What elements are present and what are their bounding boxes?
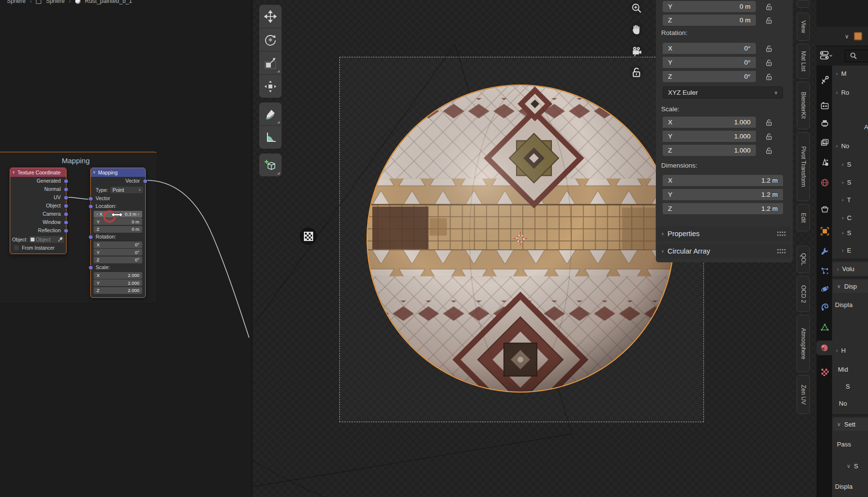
lock-icon[interactable] bbox=[765, 59, 773, 67]
dimension-x-field[interactable]: X1.2 m bbox=[663, 175, 783, 186]
socket-object-output[interactable] bbox=[64, 204, 68, 208]
tab-edit[interactable]: Edit bbox=[797, 204, 810, 231]
circular-array-panel-header[interactable]: › Circular Array bbox=[657, 244, 791, 258]
scale-x-field[interactable]: X1.000 bbox=[663, 117, 756, 128]
tab-modifiers[interactable] bbox=[818, 244, 832, 258]
tab-view[interactable]: View bbox=[797, 13, 810, 41]
tab-zen-uv[interactable]: Zen UV bbox=[797, 375, 810, 414]
tab-pivot-transform[interactable]: Pivot Transform bbox=[797, 132, 810, 201]
panel-row[interactable]: ›S bbox=[842, 178, 851, 187]
node-header[interactable]: Mapping bbox=[91, 168, 145, 177]
lock-icon[interactable] bbox=[765, 147, 773, 154]
rotation-mode-dropdown[interactable]: XYZ Euler bbox=[663, 86, 783, 99]
scale-tool-button[interactable] bbox=[259, 51, 282, 75]
scale-y-field[interactable]: Y2.000 bbox=[94, 279, 142, 286]
tab-object[interactable] bbox=[818, 224, 832, 239]
lock-icon[interactable] bbox=[765, 73, 773, 81]
socket-camera-output[interactable] bbox=[64, 212, 68, 217]
from-instancer-checkbox[interactable] bbox=[14, 245, 19, 251]
transform-tool-button[interactable] bbox=[259, 75, 282, 98]
grip-icon[interactable] bbox=[777, 231, 786, 237]
rotation-z-field[interactable]: Z0° bbox=[94, 257, 142, 263]
eyedropper-icon[interactable] bbox=[58, 237, 63, 242]
socket-uv-output[interactable] bbox=[64, 195, 68, 200]
editor-type-selector[interactable] bbox=[819, 50, 832, 61]
socket-vector-output[interactable] bbox=[143, 179, 148, 184]
tab-texture[interactable] bbox=[818, 365, 832, 379]
tab-tool[interactable] bbox=[818, 73, 832, 87]
rotation-y-field[interactable]: Y0° bbox=[94, 249, 142, 256]
panel-row[interactable]: ›H bbox=[836, 346, 846, 355]
grip-icon[interactable] bbox=[777, 248, 786, 254]
panel-row[interactable]: ∨S bbox=[847, 462, 858, 470]
lock-icon[interactable] bbox=[765, 3, 773, 11]
move-tool-button[interactable] bbox=[259, 5, 282, 28]
tab-render[interactable] bbox=[818, 99, 832, 113]
tab-output[interactable] bbox=[818, 116, 832, 131]
tab-physics[interactable] bbox=[818, 282, 832, 296]
node-header[interactable]: Texture Coordinate bbox=[10, 168, 66, 177]
socket-generated-output[interactable] bbox=[64, 179, 68, 184]
editor-divider[interactable] bbox=[252, 0, 252, 497]
dimension-y-field[interactable]: Y1.2 m bbox=[663, 189, 783, 200]
socket-reflection-output[interactable] bbox=[64, 228, 68, 233]
lock-icon[interactable] bbox=[765, 45, 773, 52]
socket-vector-input[interactable] bbox=[88, 196, 93, 201]
scale-z-field[interactable]: Z2.000 bbox=[94, 287, 142, 294]
breadcrumb-object[interactable]: Sphere bbox=[7, 0, 26, 4]
shader-node-editor[interactable]: Sphere › Sphere › Rust_painted_b_1 Mappi… bbox=[0, 0, 252, 497]
zoom-gizmo[interactable] bbox=[629, 1, 644, 16]
tab-object-data[interactable] bbox=[818, 320, 832, 335]
panel-row[interactable]: ›C bbox=[842, 213, 851, 222]
tab-particles[interactable] bbox=[818, 264, 832, 278]
tab-mat-list[interactable]: Mat List bbox=[797, 44, 810, 79]
socket-window-output[interactable] bbox=[64, 220, 68, 225]
tab-world[interactable] bbox=[818, 175, 832, 190]
scale-y-field[interactable]: Y1.000 bbox=[663, 131, 756, 142]
camera-gizmo[interactable] bbox=[629, 44, 644, 58]
tab-qol[interactable]: QOL bbox=[797, 246, 810, 273]
breadcrumb-material[interactable]: Rust_painted_b_1 bbox=[85, 0, 132, 4]
socket-location-input[interactable] bbox=[88, 204, 93, 209]
volume-panel-header[interactable]: ›Volu bbox=[833, 262, 868, 275]
displacement-panel-header[interactable]: ∨Disp bbox=[833, 280, 868, 293]
texture-coordinate-node[interactable]: Texture Coordinate Generated Normal UV O… bbox=[10, 168, 67, 254]
measure-tool-button[interactable] bbox=[259, 126, 282, 149]
tab-material[interactable] bbox=[817, 341, 832, 355]
scale-z-field[interactable]: Z1.000 bbox=[663, 145, 756, 156]
location-z-field[interactable]: Z0 m bbox=[94, 226, 142, 233]
location-z-field[interactable]: Z0 m bbox=[663, 15, 756, 26]
properties-panel-header[interactable]: › Properties bbox=[657, 226, 791, 241]
panel-row[interactable]: ›S bbox=[842, 160, 851, 169]
panel-row[interactable]: ›M bbox=[836, 69, 847, 78]
socket-rotation-input[interactable] bbox=[88, 235, 93, 240]
panel-row[interactable]: ›E bbox=[842, 246, 851, 255]
socket-normal-output[interactable] bbox=[64, 187, 68, 192]
tab-ocd-2[interactable]: OCD 2 bbox=[797, 276, 810, 312]
rotation-y-field[interactable]: Y0° bbox=[663, 57, 756, 68]
lock-icon[interactable] bbox=[765, 17, 773, 24]
socket-scale-input[interactable] bbox=[88, 265, 93, 270]
add-cube-tool-button[interactable] bbox=[259, 154, 282, 176]
tab-collection[interactable] bbox=[818, 202, 832, 217]
search-input[interactable] bbox=[845, 50, 868, 62]
tab-scene[interactable] bbox=[818, 155, 832, 170]
dimension-z-field[interactable]: Z1.2 m bbox=[663, 203, 783, 214]
panel-row[interactable]: ›Ro bbox=[836, 88, 849, 97]
tab-atmosphere[interactable]: Atmosphere bbox=[797, 315, 810, 372]
settings-panel-header[interactable]: ∨Sett bbox=[833, 418, 868, 431]
lock-icon[interactable] bbox=[765, 119, 773, 126]
mapping-node[interactable]: Mapping Vector Type: Point Vector Locati… bbox=[90, 168, 146, 298]
scale-x-field[interactable]: X2.000 bbox=[94, 272, 142, 279]
panel-row[interactable]: ›No bbox=[836, 141, 849, 150]
tab-partial[interactable] bbox=[797, 0, 810, 8]
panel-row[interactable]: ›T bbox=[842, 195, 851, 204]
pan-gizmo[interactable] bbox=[629, 22, 644, 37]
tab-blenderkit[interactable]: BlenderKit bbox=[797, 82, 810, 129]
lock-icon[interactable] bbox=[765, 133, 773, 140]
rotation-z-field[interactable]: Z0° bbox=[663, 71, 756, 82]
breadcrumb-mesh[interactable]: Sphere bbox=[46, 0, 65, 4]
location-y-field[interactable]: Y0 m bbox=[663, 1, 756, 12]
annotate-tool-button[interactable] bbox=[259, 103, 282, 126]
type-dropdown[interactable]: Point bbox=[110, 187, 143, 193]
